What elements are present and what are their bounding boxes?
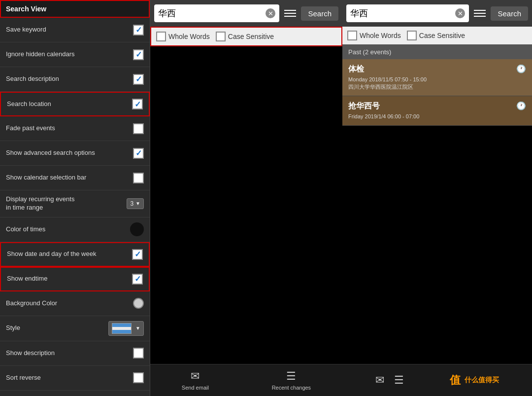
event-2-info: 抢华西号 Friday 2019/1/4 06:00 - 07:00 <box>348 101 419 120</box>
color-of-times-picker[interactable] <box>130 222 144 236</box>
event-card-2[interactable]: 抢华西号 Friday 2019/1/4 06:00 - 07:00 🕐 <box>342 96 532 126</box>
event-1-info: 体检 Monday 2018/11/5 07:50 - 15:00 四川大学华西… <box>348 64 427 91</box>
background-color-label: Background Color <box>6 299 133 308</box>
send-email-label: Send email <box>182 385 209 391</box>
brand-logo-icon: 值 <box>450 373 461 388</box>
right-clear-button[interactable]: ✕ <box>455 8 465 18</box>
results-section: Past (2 events) <box>342 44 532 59</box>
panel-title: Search View <box>0 0 150 18</box>
brand-section: 值 什么值得买 <box>450 373 499 388</box>
sort-reverse-checkbox[interactable] <box>133 372 144 383</box>
show-advanced-checkbox[interactable] <box>133 148 144 159</box>
save-keyword-checkbox[interactable] <box>133 25 144 36</box>
setting-save-keyword: Save keyword <box>0 18 150 42</box>
style-label: Style <box>6 324 108 332</box>
right-search-input-wrapper: 华西 ✕ <box>346 4 469 22</box>
color-of-times-label: Color of times <box>6 225 130 234</box>
setting-fade-past: Fade past events <box>0 116 150 141</box>
style-dropdown[interactable]: ▼ <box>108 321 144 336</box>
right-search-button[interactable]: Search <box>491 6 528 21</box>
recurring-events-label: Display recurring eventsin time range <box>6 195 127 212</box>
setting-show-advanced: Show advanced search options <box>0 141 150 166</box>
right-menu-line-2 <box>474 13 486 14</box>
ignore-hidden-label: Ignore hidden calendars <box>6 50 133 59</box>
whole-words-checkbox[interactable] <box>156 32 166 41</box>
search-description-label: Search description <box>6 75 133 83</box>
settings-panel: Search View Save keyword Ignore hidden c… <box>0 0 150 396</box>
sort-reverse-label: Sort reverse <box>6 374 133 382</box>
send-email-icon: ✉ <box>191 370 200 383</box>
right-options-bar: Whole Words Case Sensitive <box>342 27 532 44</box>
event-card-1[interactable]: 体检 Monday 2018/11/5 07:50 - 15:00 四川大学华西… <box>342 59 532 96</box>
middle-clear-button[interactable]: ✕ <box>266 8 275 18</box>
right-search-text: 华西 <box>350 7 455 19</box>
middle-options-bar: Whole Words Case Sensitive <box>150 27 342 46</box>
event-1-clock-icon: 🕐 <box>516 64 526 73</box>
setting-show-description: Show description <box>0 341 150 366</box>
right-menu-icon[interactable]: ☰ <box>394 374 404 387</box>
middle-search-bar: 华西 ✕ Search <box>150 0 342 27</box>
right-case-sensitive-label: Case Sensitive <box>419 32 465 39</box>
results-label: Past (2 events) <box>348 48 391 56</box>
background-color-radio[interactable] <box>133 298 144 309</box>
show-calendar-bar-checkbox[interactable] <box>133 173 144 183</box>
send-email-button[interactable]: ✉ Send email <box>182 370 209 391</box>
event-2-datetime: Friday 2019/1/4 06:00 - 07:00 <box>348 113 419 119</box>
setting-color-of-times: Color of times <box>0 217 150 242</box>
right-case-sensitive-option: Case Sensitive <box>407 31 465 40</box>
right-menu-button[interactable] <box>472 5 488 21</box>
whole-words-label: Whole Words <box>168 33 210 40</box>
right-bottom-icons: ✉ ☰ <box>375 374 404 387</box>
middle-panel: 华西 ✕ Search Whole Words Case Sensitive ✉… <box>150 0 342 396</box>
ignore-hidden-checkbox[interactable] <box>133 49 144 60</box>
setting-search-location: Search location <box>0 92 150 116</box>
style-dropdown-arrow-icon: ▼ <box>135 325 140 331</box>
recent-changes-button[interactable]: ☰ Recent changes <box>272 370 311 391</box>
event-1-title: 体检 <box>348 64 427 74</box>
brand-label: 什么值得买 <box>465 376 499 385</box>
case-sensitive-checkbox[interactable] <box>216 32 226 41</box>
save-keyword-label: Save keyword <box>6 26 133 34</box>
event-2-clock-icon: 🕐 <box>516 101 526 110</box>
show-description-checkbox[interactable] <box>133 348 144 359</box>
case-sensitive-label: Case Sensitive <box>228 33 274 40</box>
fade-past-label: Fade past events <box>6 124 133 133</box>
fade-past-checkbox[interactable] <box>133 123 144 134</box>
setting-style: Style ▼ <box>0 316 150 341</box>
middle-search-input-wrapper: 华西 ✕ <box>154 4 279 22</box>
setting-show-calendar-bar: Show calendar selection bar <box>0 166 150 190</box>
right-bottom-bar: ✉ ☰ 值 什么值得买 <box>342 364 532 396</box>
show-description-label: Show description <box>6 349 133 358</box>
recent-changes-label: Recent changes <box>272 385 311 391</box>
setting-background-color: Background Color <box>0 291 150 316</box>
show-date-week-checkbox[interactable] <box>132 249 143 260</box>
recent-changes-icon: ☰ <box>286 370 296 383</box>
right-email-icon[interactable]: ✉ <box>375 374 384 387</box>
event-2-title: 抢华西号 <box>348 101 419 111</box>
middle-bottom-bar: ✉ Send email ☰ Recent changes <box>150 364 342 396</box>
event-1-location: 四川大学华西医院温江院区 <box>348 83 427 91</box>
middle-menu-button[interactable] <box>282 5 298 21</box>
right-panel: 华西 ✕ Search Whole Words Case Sensitive P… <box>342 0 532 396</box>
show-date-week-label: Show date and day of the week <box>7 250 132 258</box>
menu-line-2 <box>284 13 296 14</box>
middle-content-area <box>150 46 342 364</box>
right-case-sensitive-checkbox[interactable] <box>407 31 417 40</box>
show-calendar-bar-label: Show calendar selection bar <box>6 174 133 182</box>
show-advanced-label: Show advanced search options <box>6 149 133 157</box>
right-content-area <box>342 126 532 364</box>
right-menu-line-3 <box>474 16 486 17</box>
middle-search-button[interactable]: Search <box>301 6 338 21</box>
middle-search-text: 华西 <box>158 7 266 19</box>
right-menu-line-1 <box>474 10 486 11</box>
menu-line-1 <box>284 10 296 11</box>
recurring-events-dropdown[interactable]: 3 ▼ <box>127 198 144 209</box>
setting-recurring-events: Display recurring eventsin time range 3 … <box>0 190 150 217</box>
right-whole-words-checkbox[interactable] <box>347 31 357 40</box>
whole-words-option: Whole Words <box>156 32 210 41</box>
setting-show-date-week: Show date and day of the week <box>0 242 150 267</box>
search-description-checkbox[interactable] <box>133 74 144 85</box>
search-location-checkbox[interactable] <box>132 99 143 109</box>
case-sensitive-option: Case Sensitive <box>216 32 274 41</box>
show-endtime-checkbox[interactable] <box>132 274 143 285</box>
